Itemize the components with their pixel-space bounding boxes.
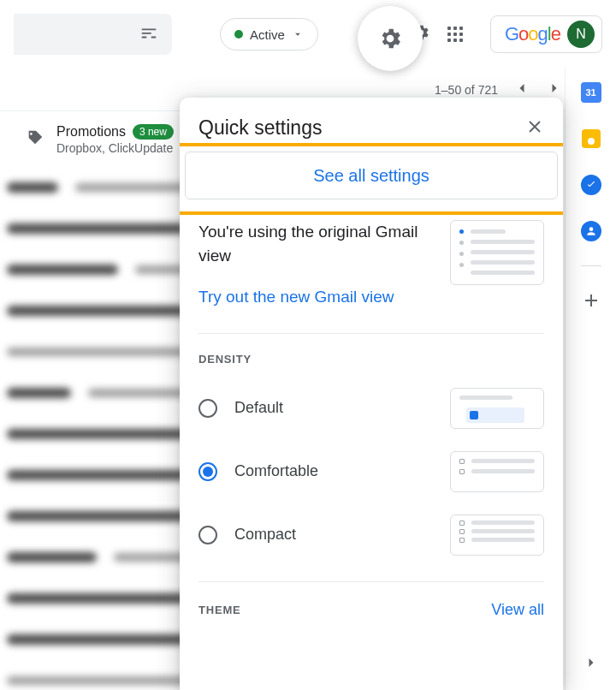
- theme-label: THEME: [198, 604, 241, 616]
- prev-page-button[interactable]: [513, 80, 530, 99]
- avatar: N: [567, 21, 595, 48]
- view-info-text: You're using the original Gmail view: [198, 223, 418, 265]
- apps-icon[interactable]: [447, 27, 463, 42]
- pager-text: 1–50 of 721: [435, 83, 498, 97]
- density-compact-option[interactable]: Compact: [198, 515, 544, 556]
- add-addon-icon[interactable]: [579, 288, 603, 312]
- next-page-button[interactable]: [546, 80, 563, 99]
- quick-settings-panel: Quick settings See all settings You're u…: [180, 98, 563, 690]
- density-label: DENSITY: [198, 353, 544, 366]
- density-default-option[interactable]: Default: [198, 388, 544, 429]
- category-name: Promotions: [56, 124, 126, 140]
- density-default-label: Default: [234, 399, 433, 417]
- status-chip[interactable]: Active: [220, 18, 318, 51]
- side-divider: [581, 265, 601, 266]
- new-badge: 3 new: [133, 124, 174, 140]
- radio-icon: [198, 399, 217, 418]
- density-comfortable-option[interactable]: Comfortable: [198, 451, 544, 492]
- settings-highlight[interactable]: [358, 6, 423, 71]
- close-button[interactable]: [525, 117, 544, 140]
- quick-settings-title: Quick settings: [198, 116, 322, 140]
- theme-section: THEME View all: [198, 581, 544, 619]
- try-new-view-link[interactable]: Try out the new Gmail view: [198, 286, 433, 309]
- density-compact-label: Compact: [234, 526, 433, 544]
- search-box[interactable]: [14, 14, 172, 55]
- gmail-view-section: You're using the original Gmail view Try…: [198, 210, 544, 309]
- radio-checked-icon: [198, 462, 217, 481]
- collapse-side-icon[interactable]: [579, 651, 603, 675]
- density-default-thumb: [450, 388, 544, 429]
- gear-icon: [377, 26, 403, 51]
- google-logo: Google: [505, 23, 560, 45]
- tune-icon[interactable]: [139, 23, 158, 45]
- side-panel: 31: [565, 68, 616, 690]
- density-comfortable-thumb: [450, 451, 544, 492]
- contacts-icon[interactable]: [579, 219, 603, 243]
- quick-settings-scroll[interactable]: You're using the original Gmail view Try…: [180, 210, 563, 690]
- radio-icon: [198, 526, 217, 544]
- view-thumb: [450, 220, 544, 285]
- see-all-settings-button[interactable]: See all settings: [185, 152, 558, 199]
- theme-view-all-link[interactable]: View all: [491, 601, 544, 619]
- category-senders: Dropbox, ClickUpdate: [56, 141, 174, 155]
- calendar-icon[interactable]: 31: [579, 80, 603, 104]
- status-dot-icon: [234, 30, 243, 39]
- density-compact-thumb: [450, 515, 544, 556]
- account-button[interactable]: Google N: [490, 15, 602, 53]
- keep-icon[interactable]: [579, 127, 603, 151]
- chevron-down-icon: [292, 28, 304, 40]
- status-label: Active: [250, 27, 285, 42]
- density-comfortable-label: Comfortable: [234, 462, 433, 480]
- tasks-icon[interactable]: [579, 173, 603, 197]
- top-bar: Active Google N: [0, 0, 616, 68]
- tag-icon: [26, 128, 44, 151]
